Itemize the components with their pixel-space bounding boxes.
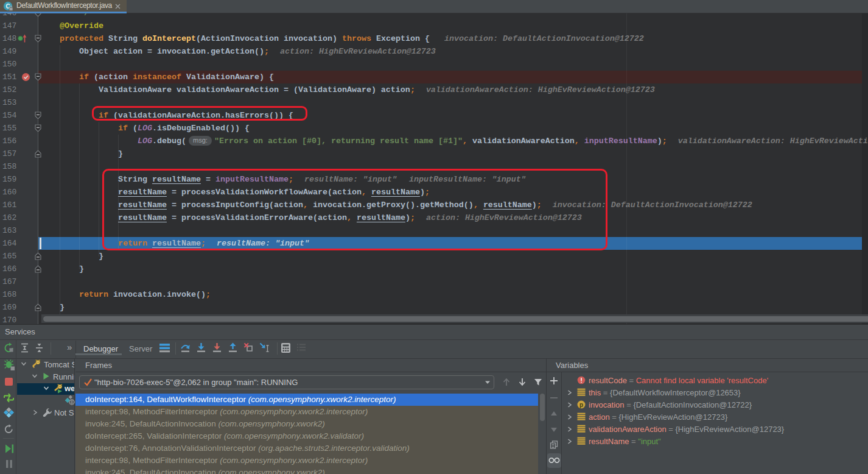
- svg-text:p: p: [579, 401, 583, 408]
